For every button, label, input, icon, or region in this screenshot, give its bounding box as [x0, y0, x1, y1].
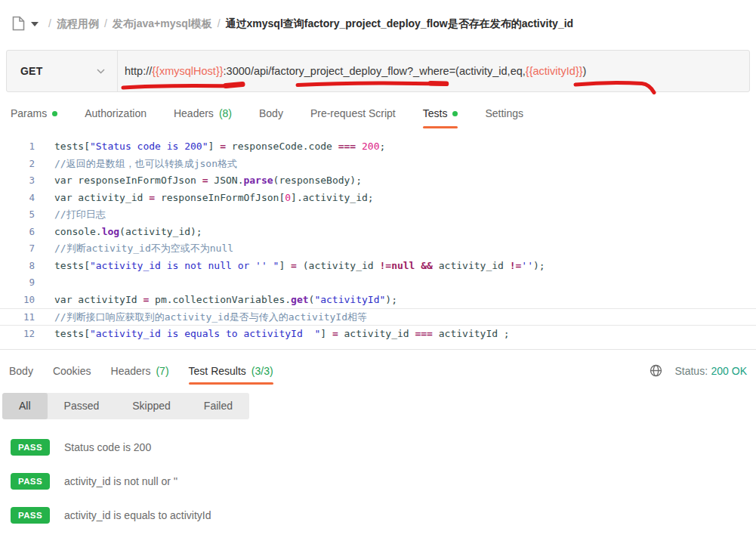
code-line-text: var activityId = pm.collectionVariables.… — [54, 292, 397, 309]
line-number: 9 — [0, 274, 35, 292]
code-line-text: tests["Status code is 200"] = responseCo… — [54, 138, 385, 156]
code-token: //返回的是数组，也可以转换成json格式 — [54, 158, 237, 169]
breadcrumb: /流程用例/发布java+mysql模板/通过xmysql查询factory_p… — [0, 0, 756, 44]
code-line-text: //返回的是数组，也可以转换成json格式 — [54, 156, 237, 173]
code-line[interactable]: 11//判断接口响应获取到的activity_id是否与传入的activityI… — [0, 308, 756, 326]
tab-body[interactable]: Body — [259, 92, 283, 134]
pass-badge: PASS — [11, 473, 50, 490]
code-token: != — [379, 260, 391, 271]
code-token: 200 — [362, 141, 379, 152]
filter-skipped[interactable]: Skipped — [116, 393, 187, 419]
test-result-row: PASSactivity_id is not null or '' — [11, 473, 756, 490]
code-token: pm.collectionVariables. — [149, 294, 291, 305]
code-line-text: //打印日志 — [54, 206, 106, 224]
code-line[interactable]: 6console.log(activity_id); — [0, 224, 756, 241]
code-token: = — [332, 328, 338, 339]
code-line[interactable]: 10var activityId = pm.collectionVariable… — [0, 292, 756, 309]
response-tabs-list: BodyCookiesHeaders(7)Test Results(3/3) — [9, 350, 273, 391]
test-result-row: PASSactivity_id is equals to activityId — [11, 507, 756, 524]
tab-body[interactable]: Body — [9, 350, 33, 391]
url-segment: :3000/api/factory_project_deploy_flow?_w… — [224, 65, 526, 77]
method-selector[interactable]: GET — [7, 51, 118, 91]
code-line[interactable]: 1tests["Status code is 200"] = responseC… — [0, 138, 756, 156]
url-input[interactable]: http://{{xmysqlHost}}:3000/api/factory_p… — [118, 51, 749, 91]
line-number: 12 — [0, 326, 35, 343]
code-token: tests[ — [54, 328, 90, 339]
code-token: log — [102, 226, 119, 237]
test-result-text: activity_id is equals to activityId — [64, 509, 211, 521]
tests-code-editor[interactable]: 1tests["Status code is 200"] = responseC… — [0, 134, 756, 350]
filter-all[interactable]: All — [2, 393, 48, 419]
url-segment: http:// — [125, 65, 152, 77]
code-token: === — [415, 328, 432, 339]
tab-authorization[interactable]: Authorization — [85, 92, 147, 134]
code-token: activity_id — [433, 260, 510, 271]
code-token: "activityId" — [314, 294, 385, 305]
tab-params[interactable]: Params — [11, 92, 57, 134]
code-token: JSON. — [208, 175, 244, 186]
test-results-filter: AllPassedSkippedFailed — [2, 393, 249, 419]
code-token: ] — [208, 141, 221, 152]
tab-headers[interactable]: Headers(8) — [174, 92, 232, 134]
code-token: ); — [385, 294, 397, 305]
line-number: 8 — [0, 258, 35, 275]
code-line[interactable]: 5//打印日志 — [0, 206, 756, 224]
line-number: 3 — [0, 172, 35, 190]
code-line-text: tests["activity_id is equals to activity… — [54, 326, 510, 343]
code-line[interactable]: 8tests["activity_id is not null or '' "]… — [0, 258, 756, 275]
code-token: parse — [243, 175, 273, 186]
code-token: //判断activity_id不为空或不为null — [54, 243, 233, 254]
code-token: tests[ — [54, 141, 90, 152]
url-variable-segment: {{activityId}} — [526, 65, 583, 77]
code-line[interactable]: 4var activity_id = responseInFormOfJson[… — [0, 190, 756, 207]
breadcrumb-item[interactable]: 发布java+mysql模板 — [113, 17, 212, 29]
code-line-text: tests["activity_id is not null or '' "] … — [54, 258, 545, 275]
code-token: "Status code is 200" — [90, 141, 208, 152]
line-number: 5 — [0, 206, 35, 224]
line-number: 2 — [0, 156, 35, 173]
code-line[interactable]: 3var responseInFormOfJson = JSON.parse(r… — [0, 172, 756, 190]
collection-file-icon[interactable] — [12, 16, 25, 31]
tab-label: Pre-request Script — [310, 107, 396, 119]
tab-settings[interactable]: Settings — [485, 92, 523, 134]
breadcrumb-item[interactable]: 流程用例 — [57, 17, 99, 29]
code-line[interactable]: 12tests["activity_id is equals to activi… — [0, 326, 756, 343]
breadcrumb-separator: / — [104, 17, 107, 29]
url-segment: ) — [583, 65, 587, 77]
code-token: ] — [320, 328, 332, 339]
line-number: 4 — [0, 190, 35, 207]
status-dot-icon — [452, 111, 458, 116]
tab-count: (3/3) — [251, 365, 273, 377]
breadcrumb-dropdown-icon[interactable] — [31, 22, 39, 26]
method-label: GET — [20, 65, 42, 77]
filter-passed[interactable]: Passed — [48, 393, 116, 419]
code-token: console. — [54, 226, 102, 237]
test-results-list: PASSStatus code is 200PASSactivity_id is… — [11, 439, 756, 524]
code-line[interactable]: 2//返回的是数组，也可以转换成json格式 — [0, 156, 756, 173]
breadcrumb-item[interactable]: 通过xmysql查询factory_project_deploy_flow是否存… — [226, 17, 574, 29]
request-url-bar: GET http://{{xmysqlHost}}:3000/api/facto… — [6, 50, 750, 92]
line-number: 10 — [0, 292, 35, 309]
tab-pre-request-script[interactable]: Pre-request Script — [310, 92, 396, 134]
line-number: 6 — [0, 224, 35, 241]
code-token: activity_id — [338, 328, 415, 339]
line-number: 1 — [0, 138, 35, 156]
tab-label: Test Results — [189, 365, 246, 377]
tab-cookies[interactable]: Cookies — [53, 350, 91, 391]
code-token: var responseInFormOfJson — [54, 175, 202, 186]
code-token: (responseBody); — [273, 175, 362, 186]
tab-tests[interactable]: Tests — [423, 92, 458, 134]
code-line[interactable]: 9 — [0, 274, 756, 292]
globe-icon — [650, 364, 662, 377]
tab-label: Cookies — [53, 365, 91, 377]
request-tabs: ParamsAuthorizationHeaders(8)BodyPre-req… — [0, 92, 756, 134]
code-token: === — [338, 141, 356, 152]
test-result-row: PASSStatus code is 200 — [11, 439, 756, 456]
code-token: //打印日志 — [54, 209, 106, 220]
url-variable-segment: {{xmysqlHost}} — [152, 65, 223, 77]
code-token: (activity_id); — [119, 226, 202, 237]
filter-failed[interactable]: Failed — [187, 393, 249, 419]
tab-test-results[interactable]: Test Results(3/3) — [189, 350, 273, 391]
tab-headers[interactable]: Headers(7) — [111, 350, 169, 391]
code-line[interactable]: 7//判断activity_id不为空或不为null — [0, 240, 756, 258]
